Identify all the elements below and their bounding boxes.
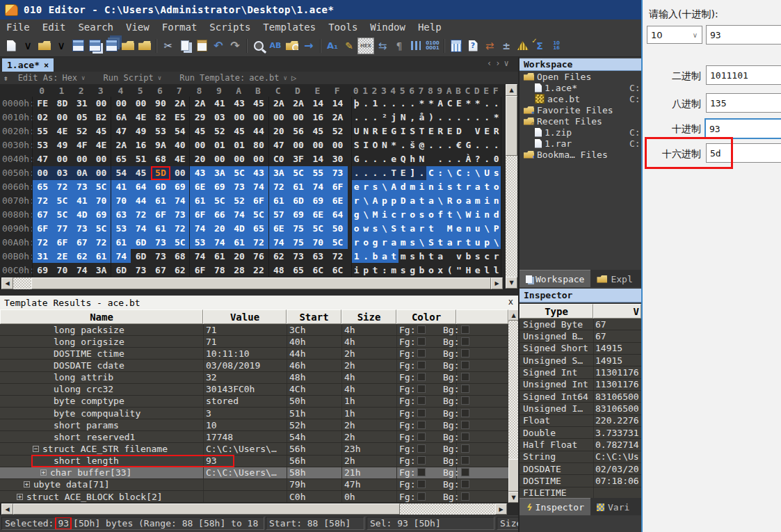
dock-tab-inspector[interactable]: ϟInspector (520, 498, 590, 515)
new-arrow-icon[interactable]: ∨ (19, 38, 36, 54)
hex-row[interactable]: 00B0h:312E6261746D736874612076627363721.… (0, 249, 506, 263)
hex-row[interactable]: 0000h:FE8D31000000902A2A4143452A2A1414þ.… (0, 97, 506, 111)
fg-color-swatch[interactable] (417, 373, 426, 381)
hex-view-icon[interactable]: HEX (357, 38, 374, 54)
collapse-icon[interactable]: − (33, 446, 39, 452)
operations-icon[interactable]: ± (498, 38, 515, 54)
run-template-dropdown-icon[interactable]: ∨ (283, 74, 287, 81)
ascii-char[interactable]: a (380, 249, 389, 263)
hex-byte[interactable]: 6D (151, 180, 170, 194)
inspector-row[interactable]: Half Float0.782714 (520, 439, 641, 451)
hex-byte[interactable]: 74 (269, 235, 289, 249)
ascii-char[interactable]: g (371, 235, 380, 249)
ascii-char[interactable]: S (389, 221, 398, 235)
fg-color-swatch[interactable] (417, 468, 426, 476)
ascii-char[interactable]: E (426, 124, 435, 138)
ascii-char[interactable]: O (371, 138, 380, 152)
hex-byte[interactable]: 74 (230, 207, 249, 221)
ascii-char[interactable]: b (464, 249, 473, 263)
hex-byte[interactable]: 73 (72, 221, 92, 235)
hex-byte[interactable]: 74 (308, 180, 328, 194)
hex-byte[interactable]: 54 (111, 166, 131, 180)
hex-byte[interactable]: 6F (52, 235, 72, 249)
hex-editor[interactable]: 0123456789ABCDEF0123456789ABCDEF 0000h:F… (0, 84, 518, 290)
ascii-char[interactable]: T (417, 124, 426, 138)
hex-byte[interactable]: 6D (131, 235, 150, 249)
menu-help[interactable]: Help (412, 21, 448, 33)
ascii-char[interactable]: t (445, 207, 454, 221)
ascii-char[interactable]: i (482, 193, 491, 207)
ascii-char[interactable]: t (417, 193, 426, 207)
ascii-char[interactable]: o (426, 263, 435, 277)
hex-byte[interactable]: 62 (170, 263, 190, 277)
hex-byte[interactable]: 6E (269, 221, 289, 235)
hex-byte[interactable]: 45 (249, 97, 268, 111)
ascii-char[interactable]: a (408, 221, 417, 235)
ascii-char[interactable]: S (352, 138, 361, 152)
ascii-char[interactable]: r (464, 180, 473, 194)
hex-byte[interactable]: 16 (131, 138, 150, 152)
inspector-col-value[interactable]: V (593, 304, 641, 319)
hex-byte[interactable]: 14 (308, 152, 328, 166)
hex-byte[interactable]: 00 (52, 152, 72, 166)
title-bar[interactable]: 010 Editor - C:\Users\Administrator\Desk… (0, 0, 641, 19)
hex-byte[interactable]: 6E (190, 180, 209, 194)
ascii-char[interactable]: s (445, 180, 454, 194)
ascii-char[interactable]: N (361, 124, 370, 138)
hex-byte[interactable]: 6D (111, 263, 131, 277)
hex-byte[interactable]: 68 (170, 249, 190, 263)
ascii-char[interactable]: e (352, 180, 361, 194)
inspector-row[interactable]: Float220.2276 (520, 415, 641, 427)
fg-color-swatch[interactable] (417, 409, 426, 417)
hex-byte[interactable]: 14 (308, 97, 328, 111)
hex-byte[interactable]: 74 (72, 263, 92, 277)
font-icon[interactable]: A₁ (324, 38, 341, 54)
find-in-files-icon[interactable] (284, 38, 300, 54)
hex-byte[interactable]: 73 (289, 249, 308, 263)
ascii-char[interactable]: S (408, 124, 417, 138)
ascii-char[interactable]: . (482, 97, 491, 111)
ascii-char[interactable]: x (436, 263, 445, 277)
hex-hscroll-track[interactable] (13, 277, 31, 289)
template-row[interactable]: short reserved11774854h2hFg:Bg: (0, 431, 508, 443)
workspace-item[interactable]: ★Favorite Files (520, 104, 641, 115)
tab-list-icon[interactable]: ∨ (504, 58, 508, 68)
histogram-icon[interactable] (515, 38, 531, 54)
edit-as-dropdown-icon[interactable]: ∨ (81, 74, 85, 81)
hex-byte[interactable]: 5C (170, 235, 190, 249)
ascii-char[interactable]: s (371, 221, 380, 235)
ascii-char[interactable]: i (436, 180, 445, 194)
hex-byte[interactable]: 61 (151, 193, 170, 207)
ascii-char[interactable]: . (454, 152, 463, 166)
template-row[interactable]: DOSTIME ctime10:11:1044h2hFg:Bg: (0, 348, 508, 360)
hex-byte[interactable]: 64 (131, 180, 150, 194)
tab-1ace[interactable]: 1.ace* × (2, 58, 54, 72)
menu-window[interactable]: Window (364, 21, 412, 33)
hex-byte[interactable]: 49 (131, 124, 150, 138)
binary-icon[interactable]: 0100 0001 (424, 38, 441, 54)
hex-byte[interactable]: 00 (33, 166, 52, 180)
hex-byte[interactable]: 00 (249, 152, 268, 166)
menu-view[interactable]: View (120, 21, 156, 33)
inspector-row[interactable]: Double3.733731 (520, 427, 641, 439)
ascii-char[interactable] (445, 249, 454, 263)
hex-byte[interactable]: 61 (230, 235, 249, 249)
edit-as-value[interactable]: Hex (62, 73, 77, 83)
converter-field-2[interactable]: 135 (706, 93, 781, 113)
hex-byte[interactable]: 69 (308, 193, 328, 207)
hex-byte[interactable]: 0A (72, 166, 92, 180)
hex-byte[interactable]: 65 (33, 180, 52, 194)
ascii-char[interactable]: . (445, 152, 454, 166)
ascii-char[interactable]: i (380, 207, 389, 221)
ascii-char[interactable]: G (352, 152, 361, 166)
hex-byte[interactable]: 74 (170, 193, 190, 207)
ascii-char[interactable]: R (436, 124, 445, 138)
hex-row[interactable]: 0060h:6572735C41646D696E6973747261746Fer… (0, 180, 506, 194)
ascii-char[interactable]: t (389, 249, 398, 263)
hex-byte[interactable]: 5C (289, 166, 308, 180)
hex-byte[interactable]: 61 (210, 249, 230, 263)
hex-byte[interactable]: 4E (52, 124, 72, 138)
ascii-char[interactable]: P (492, 221, 501, 235)
hex-byte[interactable]: 5C (52, 207, 72, 221)
cut-icon[interactable]: ✂ (160, 38, 177, 54)
